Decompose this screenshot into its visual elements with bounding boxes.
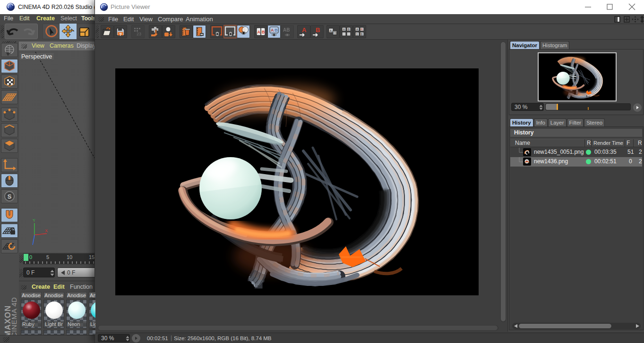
svg-text:B: B: [262, 30, 265, 34]
svg-text:B: B: [316, 26, 320, 33]
svg-text:Y: Y: [33, 218, 35, 223]
svg-text:A: A: [271, 28, 274, 33]
svg-text:AB: AB: [283, 27, 290, 33]
svg-text:A: A: [258, 30, 261, 34]
svg-text:B: B: [334, 32, 336, 35]
svg-text:A: A: [302, 26, 307, 33]
svg-text:23: 23: [137, 32, 141, 36]
svg-text:A: A: [343, 28, 345, 31]
svg-text:R: R: [361, 28, 363, 31]
svg-text:B: B: [348, 28, 350, 31]
svg-text:B: B: [361, 33, 362, 36]
svg-text:S: S: [8, 193, 12, 200]
svg-text:A: A: [356, 28, 359, 31]
svg-text:1: 1: [356, 33, 358, 36]
svg-text:B: B: [275, 28, 278, 33]
svg-text:A: A: [330, 29, 332, 33]
svg-text:?: ?: [119, 32, 122, 37]
svg-text:X: X: [45, 228, 48, 233]
